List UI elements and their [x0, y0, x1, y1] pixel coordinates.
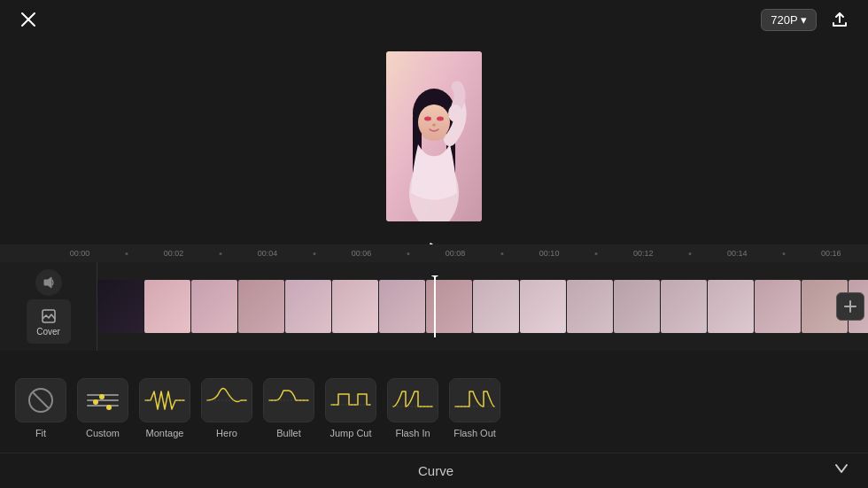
ruler-dot [595, 252, 598, 255]
cover-label: Cover [36, 327, 60, 337]
timeline-area: 00:00 00:02 00:04 00:06 00:08 00:10 00:1… [0, 244, 868, 351]
close-button[interactable] [14, 5, 43, 34]
playhead[interactable] [434, 275, 436, 337]
bullet-curve [267, 387, 310, 414]
ruler-mark-0006: 00:06 [352, 249, 372, 258]
ruler-dot [314, 252, 316, 255]
cover-button[interactable]: Cover [27, 299, 71, 344]
frame-5 [285, 280, 331, 333]
ruler-mark-0000: 00:00 [70, 249, 90, 258]
filmstrip-frames [97, 280, 868, 333]
effect-jump-cut[interactable]: Jump Cut [324, 378, 377, 438]
frame-14 [708, 280, 754, 333]
ruler-dot [220, 252, 222, 255]
fit-label: Fit [35, 428, 46, 438]
export-button[interactable] [825, 5, 854, 34]
ruler-mark-0004: 00:04 [258, 249, 278, 258]
effects-panel: Fit [0, 360, 868, 457]
frame-6 [332, 280, 378, 333]
effect-fit[interactable]: Fit [14, 378, 67, 438]
slider-1 [87, 394, 119, 396]
slider-3 [87, 405, 119, 407]
svg-point-12 [448, 105, 462, 122]
frame-10 [520, 280, 566, 333]
effects-scroll: Fit [0, 360, 868, 457]
flash-in-label: Flash In [395, 428, 430, 438]
montage-curve [143, 387, 186, 414]
ruler-mark-0010: 00:10 [539, 249, 560, 258]
svg-point-11 [432, 124, 436, 127]
flash-in-icon-wrap [387, 378, 438, 422]
frame-13 [661, 280, 707, 333]
jump-cut-icon-wrap [325, 378, 376, 422]
hero-icon-wrap [201, 378, 252, 422]
svg-point-9 [424, 117, 431, 121]
flash-in-curve [391, 387, 434, 414]
frame-4 [238, 280, 284, 333]
audio-icon [35, 269, 62, 296]
slider-bg-1 [87, 394, 119, 396]
frame-11 [567, 280, 613, 333]
flash-out-icon-wrap [449, 378, 500, 422]
svg-marker-14 [44, 277, 51, 288]
montage-icon-wrap [139, 378, 190, 422]
add-clip-button[interactable] [836, 292, 864, 321]
curve-label: Curve [418, 463, 453, 478]
flash-out-curve [453, 387, 496, 414]
slider-2 [87, 399, 119, 401]
resolution-button[interactable]: 720P ▾ [761, 9, 817, 31]
filmstrip[interactable] [97, 275, 868, 337]
ruler-mark-0016: 00:16 [821, 249, 841, 258]
frame-3 [191, 280, 237, 333]
preview-area [0, 39, 868, 234]
top-bar: 720P ▾ [0, 0, 868, 39]
bullet-label: Bullet [276, 428, 301, 438]
frame-1 [97, 280, 143, 333]
frame-9 [473, 280, 519, 333]
ruler-dot [125, 252, 128, 255]
jump-cut-label: Jump Cut [329, 428, 371, 438]
ruler-dot [783, 252, 786, 255]
fit-icon [28, 388, 53, 413]
svg-point-8 [418, 105, 450, 140]
ruler-dot [689, 252, 692, 255]
slider-thumb-3 [106, 405, 112, 410]
bullet-icon-wrap [263, 378, 314, 422]
chevron-down-icon[interactable] [833, 461, 850, 480]
effect-flash-in[interactable]: Flash In [386, 378, 439, 438]
fit-icon-wrap [15, 378, 66, 422]
hero-curve [205, 387, 248, 414]
custom-label: Custom [86, 428, 120, 438]
custom-icon [85, 392, 120, 408]
track-left-panel: Cover [0, 262, 97, 351]
timeline-ruler[interactable]: 00:00 00:02 00:04 00:06 00:08 00:10 00:1… [0, 244, 868, 262]
timeline-tracks: Cover [0, 262, 868, 351]
slider-bg-2 [87, 399, 119, 401]
effect-hero[interactable]: Hero [200, 378, 253, 438]
frame-2 [144, 280, 190, 333]
effect-flash-out[interactable]: Flash Out [448, 378, 501, 438]
montage-label: Montage [146, 428, 184, 438]
effect-custom[interactable]: Custom [76, 378, 129, 438]
ruler-mark-0014: 00:14 [727, 249, 748, 258]
effect-bullet[interactable]: Bullet [262, 378, 315, 438]
slider-bg-3 [87, 405, 119, 407]
video-preview [386, 51, 482, 221]
top-right-controls: 720P ▾ [761, 5, 854, 34]
ruler-dot [501, 252, 504, 255]
frame-12 [614, 280, 660, 333]
custom-icon-wrap [77, 378, 128, 422]
jump-cut-curve [329, 387, 372, 414]
bottom-bar: Curve [0, 453, 868, 488]
effect-montage[interactable]: Montage [138, 378, 191, 438]
video-frame [386, 51, 482, 221]
frame-15 [755, 280, 801, 333]
frame-8 [426, 280, 472, 333]
ruler-mark-0012: 00:12 [633, 249, 654, 258]
hero-label: Hero [216, 428, 237, 438]
flash-out-label: Flash Out [453, 428, 496, 438]
ruler-mark-0008: 00:08 [446, 249, 466, 258]
frame-7 [379, 280, 425, 333]
ruler-dot [407, 252, 410, 255]
ruler-mark-0002: 00:02 [164, 249, 184, 258]
